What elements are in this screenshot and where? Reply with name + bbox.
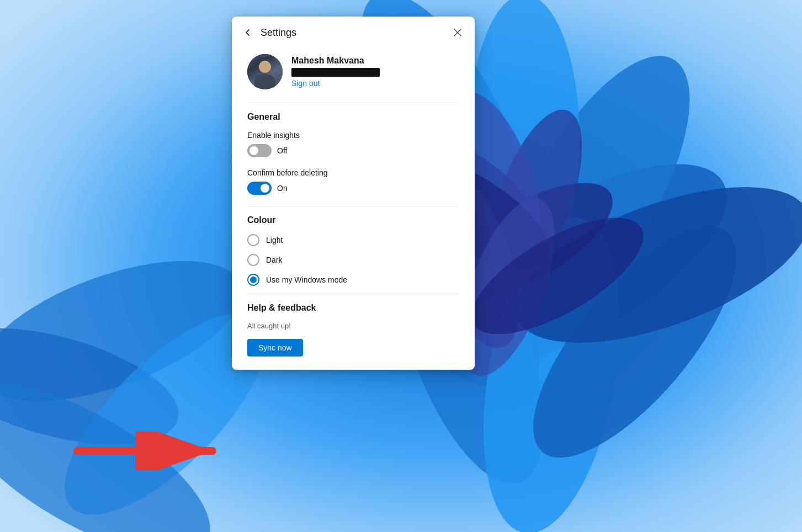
colour-light-radio[interactable]: [247, 234, 259, 246]
sign-out-link[interactable]: Sign out: [291, 79, 380, 88]
help-feedback-section: Help & feedback All caught up! Sync now: [247, 303, 459, 357]
avatar: [247, 54, 283, 89]
avatar-image: [247, 54, 283, 89]
colour-light-option[interactable]: Light: [247, 234, 459, 246]
confirm-delete-state: On: [277, 184, 288, 193]
enable-insights-label: Enable insights: [247, 131, 459, 140]
enable-insights-toggle[interactable]: [247, 144, 272, 157]
colour-dark-option[interactable]: Dark: [247, 254, 459, 266]
colour-section-title: Colour: [247, 215, 459, 225]
confirm-delete-knob: [261, 184, 269, 193]
general-section: General Enable insights Off Confirm befo…: [247, 112, 459, 195]
dialog-titlebar: Settings: [232, 17, 475, 45]
help-status-text: All caught up!: [247, 322, 459, 330]
general-section-title: General: [247, 112, 459, 122]
colour-windows-mode-label: Use my Windows mode: [266, 275, 347, 284]
colour-section: Colour Light Dark Use my Windows mode: [247, 215, 459, 286]
colour-dark-label: Dark: [266, 256, 283, 264]
colour-windows-mode-radio[interactable]: [247, 274, 259, 286]
red-arrow: [72, 432, 226, 470]
general-divider: [247, 206, 459, 206]
colour-windows-mode-option[interactable]: Use my Windows mode: [247, 274, 459, 286]
enable-insights-toggle-row: Off: [247, 144, 459, 157]
close-button[interactable]: [449, 26, 466, 39]
colour-light-label: Light: [266, 236, 283, 244]
user-profile: Mahesh Makvana Sign out: [247, 45, 459, 100]
settings-dialog: Settings Mahesh Makvana Sign out General: [232, 17, 475, 370]
user-email-redacted: [291, 68, 380, 77]
sync-now-button[interactable]: Sync now: [247, 339, 303, 357]
back-button[interactable]: [241, 25, 255, 40]
colour-divider: [247, 294, 459, 294]
enable-insights-state: Off: [277, 146, 287, 155]
confirm-delete-toggle-row: On: [247, 182, 459, 195]
help-feedback-title: Help & feedback: [247, 303, 459, 313]
dialog-content: Mahesh Makvana Sign out General Enable i…: [232, 45, 475, 370]
profile-divider: [247, 103, 459, 103]
dialog-title: Settings: [261, 27, 444, 39]
confirm-delete-label: Confirm before deleting: [247, 168, 459, 177]
colour-windows-mode-inner: [250, 276, 257, 283]
colour-dark-radio[interactable]: [247, 254, 259, 266]
confirm-delete-row: Confirm before deleting On: [247, 168, 459, 195]
confirm-delete-toggle[interactable]: [247, 182, 272, 195]
user-info: Mahesh Makvana Sign out: [291, 56, 380, 88]
enable-insights-knob: [249, 146, 258, 155]
enable-insights-row: Enable insights Off: [247, 131, 459, 157]
user-name: Mahesh Makvana: [291, 56, 380, 66]
